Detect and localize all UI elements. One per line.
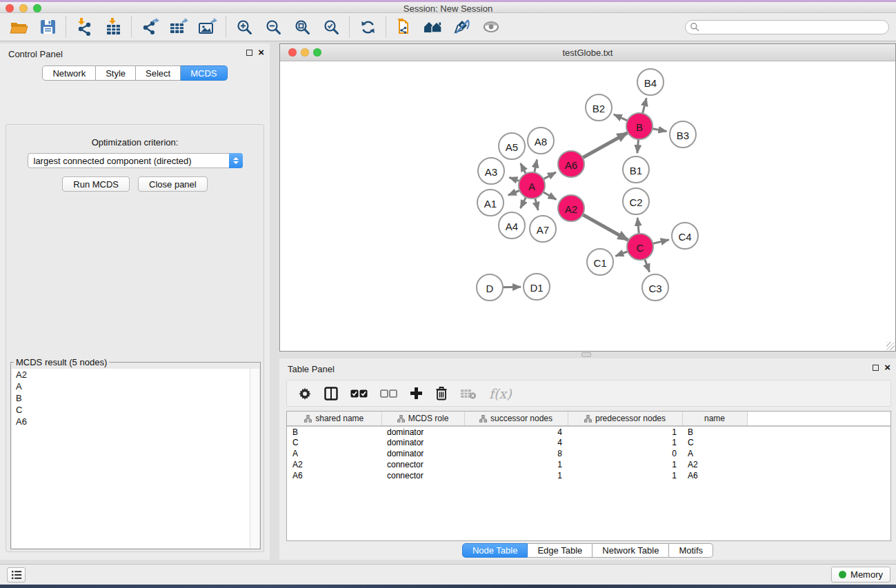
table-row[interactable]: Bdominator41B	[287, 426, 890, 437]
export-table-icon	[169, 18, 188, 36]
column-header-predecessor-nodes[interactable]: predecessor nodes	[568, 412, 682, 426]
import-network-button[interactable]	[72, 16, 96, 38]
result-list-item[interactable]: A2	[12, 369, 259, 381]
tab-network-table[interactable]: Network Table	[593, 543, 669, 558]
list-icon	[11, 570, 22, 580]
graph-edge[interactable]	[581, 214, 628, 240]
home-button[interactable]	[421, 16, 445, 38]
graph-edge[interactable]	[581, 133, 628, 159]
close-table-panel-icon[interactable]: ×	[884, 364, 890, 371]
table-settings-button[interactable]	[298, 387, 312, 401]
export-table-button[interactable]	[167, 16, 190, 38]
graph-edge[interactable]	[615, 251, 629, 256]
column-header-successor-nodes[interactable]: successor nodes	[464, 412, 568, 426]
pen-slash-icon	[453, 18, 471, 36]
graph-edge[interactable]	[542, 172, 556, 180]
export-network-button[interactable]	[138, 16, 161, 38]
hide-graphics-details-button[interactable]	[450, 16, 474, 38]
column-header-shared-name[interactable]: shared name	[287, 412, 381, 426]
graph-node-label: C	[637, 242, 644, 254]
delete-columns-button[interactable]	[435, 386, 448, 401]
column-header-mcds-role[interactable]: MCDS role	[381, 412, 464, 426]
close-panel-icon[interactable]: ×	[258, 49, 264, 56]
graph-edge[interactable]	[652, 240, 669, 244]
float-table-panel-icon[interactable]	[873, 365, 879, 371]
search-input[interactable]	[699, 22, 884, 32]
float-panel-icon[interactable]	[246, 50, 252, 56]
open-session-button[interactable]	[7, 16, 30, 38]
graph-edge[interactable]	[637, 138, 639, 153]
result-list-item[interactable]: A6	[12, 416, 259, 427]
panel-splitter-handle[interactable]	[581, 352, 591, 357]
zoom-in-button[interactable]	[232, 16, 256, 38]
tab-select[interactable]: Select	[136, 65, 181, 81]
graph-edge[interactable]	[651, 128, 667, 131]
graph-edge[interactable]	[642, 98, 646, 114]
optimization-criterion-select[interactable]: largest connected component (directed)	[28, 153, 243, 168]
window-resize-grip[interactable]	[886, 342, 895, 350]
export-image-icon	[198, 18, 217, 36]
create-column-button[interactable]	[410, 387, 423, 400]
result-list-item[interactable]: A	[12, 381, 259, 392]
main-toolbar	[0, 13, 896, 41]
table-type-tabs: Node Table Edge Table Network Table Moti…	[279, 543, 896, 558]
zoom-out-icon	[265, 19, 282, 36]
run-mcds-button[interactable]: Run MCDS	[62, 176, 130, 192]
table-row[interactable]: A6connector11A6	[287, 470, 890, 481]
tab-motifs[interactable]: Motifs	[669, 543, 713, 558]
result-list-item[interactable]: C	[12, 404, 259, 416]
table-row[interactable]: Adominator80A	[287, 448, 890, 459]
network-canvas[interactable]: AA1A2A3A4A5A6A7A8BB1B2B3B4CC1C2C3C4DD1	[280, 61, 895, 351]
refresh-view-button[interactable]	[356, 16, 379, 38]
graph-edge[interactable]	[644, 258, 650, 272]
graph-edge[interactable]	[637, 218, 639, 235]
graph-node-label: C3	[648, 283, 661, 294]
column-visibility-button[interactable]	[324, 387, 338, 401]
network-from-selection-button[interactable]	[392, 16, 416, 38]
tab-edge-table[interactable]: Edge Table	[528, 543, 593, 558]
function-builder-button[interactable]: f(x)	[489, 386, 512, 401]
delete-table-button[interactable]	[460, 387, 477, 400]
graph-node-label: A5	[506, 141, 518, 153]
network-graph[interactable]: AA1A2A3A4A5A6A7A8BB1B2B3B4CC1C2C3C4DD1	[280, 61, 895, 352]
graph-edge[interactable]	[542, 192, 557, 200]
graph-edge[interactable]	[534, 160, 537, 174]
tab-network[interactable]: Network	[42, 65, 96, 81]
tab-style[interactable]: Style	[96, 65, 136, 81]
graph-node-label: C4	[678, 231, 691, 243]
table-panel: Table Panel ×	[279, 358, 896, 560]
table-row[interactable]: Cdominator41C	[287, 437, 890, 448]
result-list-item[interactable]: B	[12, 392, 259, 404]
zoom-out-button[interactable]	[261, 16, 285, 38]
zoom-selected-button[interactable]	[319, 16, 343, 38]
graph-edge[interactable]	[535, 197, 538, 210]
deselect-all-rows-button[interactable]	[380, 389, 397, 398]
graph-edge[interactable]	[501, 287, 521, 287]
columns-icon	[324, 387, 338, 401]
zoom-fit-button[interactable]	[290, 16, 314, 38]
export-image-button[interactable]	[196, 16, 219, 38]
table-row[interactable]: A2connector11A2	[287, 459, 890, 470]
close-panel-button[interactable]: Close panel	[138, 176, 208, 192]
import-table-button[interactable]	[101, 16, 125, 38]
export-network-icon	[141, 18, 159, 36]
column-header-name[interactable]: name	[682, 412, 747, 426]
save-floppy-icon	[39, 19, 57, 35]
optimization-criterion-label: Optimization criterion:	[6, 137, 263, 148]
task-history-button[interactable]	[7, 567, 26, 582]
tab-mcds[interactable]: MCDS	[181, 65, 227, 81]
gear-icon	[298, 387, 312, 401]
graph-node-label: A1	[484, 198, 497, 210]
graph-node-label: A2	[565, 203, 577, 215]
mcds-result-box: MCDS result (5 nodes) A2ABCA6	[10, 357, 261, 549]
memory-button[interactable]: Memory	[831, 567, 890, 582]
mcds-result-list[interactable]: A2ABCA6	[12, 369, 259, 548]
save-session-button[interactable]	[36, 16, 59, 38]
tab-node-table[interactable]: Node Table	[462, 543, 528, 558]
control-panel-tabs: Network Style Select MCDS	[0, 65, 270, 81]
graph-edge[interactable]	[614, 114, 629, 121]
select-all-rows-button[interactable]	[350, 389, 368, 398]
network-window-titlebar[interactable]: testGlobe.txt	[280, 44, 895, 61]
result-list-scrollbar[interactable]	[250, 369, 259, 548]
show-hide-panels-button[interactable]	[479, 16, 503, 38]
